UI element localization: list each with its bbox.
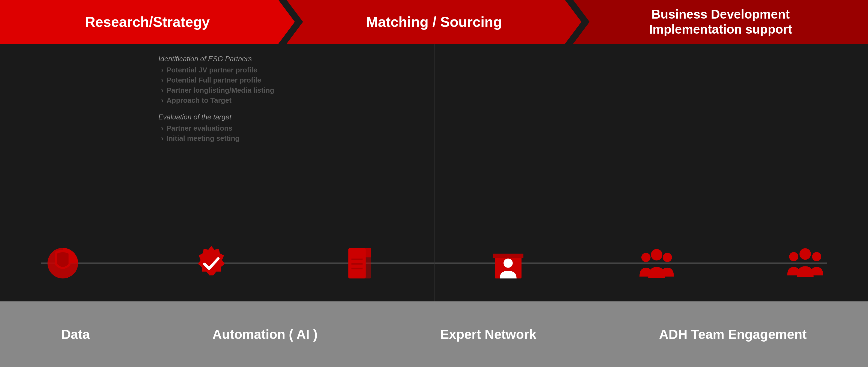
section2-list: Partner evaluations Initial meeting sett… [158, 124, 274, 143]
icon-node-database [338, 241, 382, 285]
icon-team2 [783, 241, 827, 285]
svg-point-14 [663, 253, 672, 262]
list-item-2: Potential Full partner profile [161, 76, 274, 84]
banner-arrow-bizdev: Business DevelopmentImplementation suppo… [573, 0, 868, 44]
list-item-1: Potential JV partner profile [161, 66, 274, 74]
svg-point-18 [800, 248, 811, 260]
icon-automation [189, 241, 233, 285]
list-item-4: Approach to Target [161, 96, 274, 105]
icon-node-data [41, 241, 85, 285]
section2-title: Evaluation of the target [158, 113, 274, 121]
list-item-5: Partner evaluations [161, 124, 274, 133]
svg-point-12 [504, 258, 513, 268]
banner-label-research: Research/Strategy [58, 13, 237, 30]
icon-database [338, 241, 382, 285]
banner-arrow-research: Research/Strategy [0, 0, 295, 44]
team1-icon [638, 244, 676, 282]
section1-list: Potential JV partner profile Potential F… [158, 66, 274, 105]
footer-label-data: Data [61, 327, 90, 342]
main-content: Identification of ESG Partners Potential… [0, 44, 868, 302]
database-icon [341, 244, 379, 282]
footer-label-automation: Automation ( AI ) [212, 327, 317, 342]
footer-label-adh: ADH Team Engagement [659, 327, 807, 342]
icon-team1 [635, 241, 679, 285]
data-icon [44, 244, 82, 282]
svg-rect-11 [493, 254, 523, 258]
top-banner: Research/Strategy Matching / Sourcing Bu… [0, 0, 868, 44]
bottom-footer: Data Automation ( AI ) Expert Network AD… [0, 302, 868, 367]
svg-point-13 [641, 253, 651, 262]
team2-icon [786, 244, 824, 282]
footer-label-expert: Expert Network [440, 327, 536, 342]
timeline-icons [0, 241, 868, 285]
svg-point-17 [812, 252, 821, 261]
section1-title: Identification of ESG Partners [158, 55, 274, 63]
icon-node-automation [189, 241, 233, 285]
svg-point-16 [789, 252, 798, 261]
svg-point-15 [651, 249, 662, 260]
expert-icon [489, 244, 527, 282]
automation-icon [192, 244, 230, 282]
banner-label-matching: Matching / Sourcing [339, 13, 529, 30]
icon-data [41, 241, 85, 285]
icon-node-team1 [635, 241, 679, 285]
icon-node-expert [486, 241, 530, 285]
timeline-section [0, 241, 868, 285]
icon-expert [486, 241, 530, 285]
text-block: Identification of ESG Partners Potential… [158, 55, 274, 144]
banner-arrow-matching: Matching / Sourcing [287, 0, 582, 44]
icon-node-team2 [783, 241, 827, 285]
banner-label-bizdev: Business DevelopmentImplementation suppo… [622, 7, 819, 37]
list-item-6: Initial meeting setting [161, 134, 274, 143]
list-item-3: Partner longlisting/Media listing [161, 86, 274, 94]
